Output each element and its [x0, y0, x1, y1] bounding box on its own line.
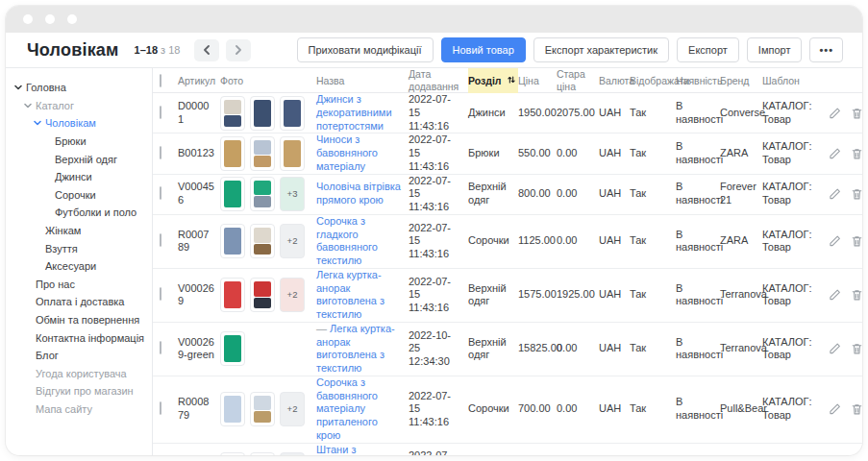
product-photo-thumbnail[interactable] [220, 96, 245, 131]
toolbar-button-0[interactable]: Приховати модифікації [297, 37, 434, 62]
column-header-2[interactable]: Назва [316, 75, 409, 87]
row-checkbox[interactable] [160, 106, 161, 119]
product-photo-thumbnail[interactable] [220, 136, 245, 171]
sidebar-item-блог[interactable]: Блог [6, 347, 152, 365]
sidebar-item-угода-користувача[interactable]: Угода користувача [6, 365, 152, 383]
product-photo-thumbnail[interactable] [250, 96, 275, 131]
product-name-link[interactable]: Чиноси з бавовняного матеріалу [316, 133, 378, 172]
product-photo-thumbnail[interactable] [250, 224, 275, 258]
product-photo-thumbnail[interactable] [250, 177, 275, 211]
edit-icon[interactable] [829, 187, 841, 201]
window-control-dot[interactable] [45, 14, 55, 24]
sidebar-item-відгуки-про-магазин[interactable]: Відгуки про магазин [6, 382, 152, 400]
toolbar-button-1[interactable]: Новий товар [441, 37, 526, 62]
row-checkbox[interactable] [160, 146, 161, 159]
toolbar-button-4[interactable]: Імпорт [747, 37, 803, 62]
more-photos-thumbnail[interactable]: +3 [280, 177, 305, 211]
row-checkbox[interactable] [160, 341, 161, 354]
product-photo-thumbnail[interactable] [220, 177, 245, 211]
edit-icon[interactable] [829, 342, 841, 355]
edit-icon[interactable] [829, 147, 841, 160]
sidebar-item-каталог[interactable]: Каталог [6, 97, 152, 115]
toolbar-button-3[interactable]: Експорт [677, 37, 739, 62]
more-photos-thumbnail[interactable]: +2 [280, 392, 305, 426]
more-actions-button[interactable]: ••• [809, 37, 843, 62]
row-checkbox[interactable] [160, 233, 161, 247]
delete-icon[interactable] [851, 288, 863, 302]
column-header-9[interactable]: Наявність [676, 75, 720, 87]
sidebar-item-верхній-одяг[interactable]: Верхній одяг [6, 150, 152, 168]
sidebar-item-джинси[interactable]: Джинси [6, 168, 152, 186]
column-header-7[interactable]: Валюта [599, 75, 630, 87]
sort-icon[interactable] [507, 75, 516, 87]
sidebar-item-жінкам[interactable]: Жінкам [6, 222, 152, 240]
edit-icon[interactable] [829, 107, 841, 120]
toolbar-button-2[interactable]: Експорт характеристик [533, 37, 669, 62]
row-checkbox[interactable] [160, 186, 161, 200]
prev-page-button[interactable] [194, 39, 219, 61]
row-checkbox[interactable] [160, 401, 161, 415]
sidebar-item-мапа-сайту[interactable]: Мапа сайту [6, 400, 152, 419]
row-checkbox[interactable] [160, 287, 161, 301]
product-name-link[interactable]: Джинси з декоративними потертостями [316, 93, 392, 132]
sidebar-item-взуття[interactable]: Взуття [6, 239, 152, 257]
column-header-1[interactable]: Фото [220, 75, 316, 87]
column-header-8[interactable]: Відображати [630, 75, 676, 87]
sidebar-item-про-нас[interactable]: Про нас [6, 276, 152, 294]
product-photo-thumbnail[interactable] [280, 96, 305, 131]
delete-icon[interactable] [851, 402, 863, 416]
product-name-link[interactable]: Сорочка з гладкого бавовняного текстилю [316, 215, 378, 266]
product-availability: В наявності [676, 181, 720, 207]
product-photo-thumbnail[interactable] [220, 392, 245, 426]
column-header-5[interactable]: Ціна [518, 75, 557, 87]
sidebar-item-чоловікам[interactable]: Чоловікам [6, 114, 152, 133]
next-page-button[interactable] [226, 39, 251, 61]
product-name-link[interactable]: Чоловіча вітрівка прямого крою [316, 181, 401, 206]
date-added-cell: 2022-07-1511:43:16 [409, 93, 468, 133]
column-header-4[interactable]: Розділ [468, 68, 518, 93]
window-control-dot[interactable] [23, 14, 33, 24]
sidebar-item-сорочки[interactable]: Сорочки [6, 186, 152, 205]
product-availability: В наявності [676, 229, 720, 255]
product-photo-thumbnail[interactable] [220, 224, 245, 258]
more-photos-thumbnail[interactable]: +2 [280, 278, 305, 312]
products-table: АртикулФотоНазваДата додаванняРозділЦіна… [152, 68, 862, 455]
delete-icon[interactable] [851, 234, 863, 248]
delete-icon[interactable] [851, 342, 863, 355]
select-all-checkbox[interactable] [160, 74, 161, 87]
delete-icon[interactable] [851, 187, 863, 201]
edit-icon[interactable] [829, 234, 841, 248]
product-photo-thumbnail[interactable] [220, 278, 245, 312]
sidebar-item-обмін-та-повернення[interactable]: Обмін та повернення [6, 311, 152, 329]
sidebar-item-контактна-інформація[interactable]: Контактна інформація [6, 328, 152, 347]
delete-icon[interactable] [851, 147, 863, 160]
more-photos-thumbnail[interactable]: +2 [280, 224, 305, 258]
delete-icon[interactable] [851, 107, 863, 120]
sidebar-item-футболки-и-поло[interactable]: Футболки и поло [6, 204, 152, 222]
product-name-link[interactable]: Штани з бавовняного матеріалу прямого кр… [316, 444, 384, 456]
product-photo-thumbnail[interactable] [250, 136, 275, 171]
sidebar-item-аксесуари[interactable]: Аксесуари [6, 257, 152, 276]
column-header-10[interactable]: Бренд [720, 75, 762, 87]
sidebar-item-брюки[interactable]: Брюки [6, 133, 152, 151]
product-photo-thumbnail[interactable] [250, 392, 275, 426]
sidebar-item-головна[interactable]: Головна [6, 79, 152, 97]
product-photo-thumbnail[interactable] [220, 331, 245, 366]
sidebar-item-оплата-і-доставка[interactable]: Оплата і доставка [6, 293, 152, 311]
column-header-3[interactable]: Дата додавання [409, 68, 468, 93]
column-header-0[interactable]: Артикул [178, 75, 220, 87]
product-photo-thumbnail[interactable] [280, 136, 305, 171]
edit-icon[interactable] [829, 288, 841, 302]
product-photo-thumbnail[interactable] [250, 278, 275, 312]
column-header-11[interactable]: Шаблон [762, 75, 822, 87]
product-photo-thumbnail[interactable] [250, 452, 275, 455]
window-control-dot[interactable] [67, 14, 77, 24]
column-header-6[interactable]: Стара ціна [557, 68, 599, 93]
edit-icon[interactable] [829, 402, 841, 416]
product-name-link[interactable]: Сорочка з бавовняного матеріалу притален… [316, 376, 378, 441]
product-name-link[interactable]: — Легка куртка-анорак виготовлена з текс… [316, 323, 395, 374]
product-name-link[interactable]: Легка куртка-анорак виготовлена з тексти… [316, 269, 384, 320]
product-name: Сорочка з бавовняного матеріалу притален… [316, 376, 378, 441]
more-photos-thumbnail[interactable]: +2 [280, 452, 305, 455]
product-photo-thumbnail[interactable] [220, 452, 245, 455]
